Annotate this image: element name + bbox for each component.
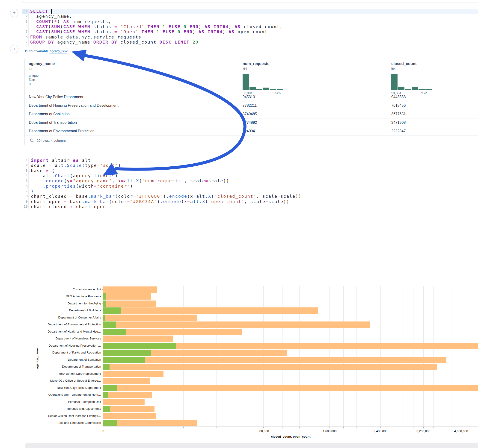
line-number: 4	[22, 25, 28, 28]
x-axis-tick	[433, 427, 434, 428]
bar-closed-count	[103, 293, 151, 300]
x-axis-tick	[452, 427, 453, 428]
chart-gridline	[369, 286, 369, 427]
output-variable-pill[interactable]: agency_tickets	[48, 48, 68, 54]
histogram-closed-count: 53,3049.4e6	[391, 73, 437, 90]
bar-closed-count	[103, 322, 370, 328]
code-line[interactable]: 2 agency_name,	[22, 14, 478, 19]
histogram-bar	[412, 87, 418, 90]
sql-cell: 1SELECT 2 agency_name,3 COUNT(*) AS num_…	[22, 8, 478, 149]
column-name: num_requests	[243, 62, 269, 66]
y-axis-label: Department for the Aging	[25, 302, 101, 305]
bar-open-count	[103, 364, 110, 370]
line-number: 3	[22, 20, 28, 23]
table-row[interactable]: New York City Police Department945313194…	[25, 93, 478, 101]
bar-closed-count	[103, 286, 157, 293]
bar-closed-count	[103, 300, 156, 307]
line-number: 6	[22, 35, 28, 39]
x-axis-tick	[329, 427, 330, 428]
x-axis-tick	[216, 427, 217, 428]
bar-closed-count	[103, 392, 152, 398]
code-line[interactable]: 5 CAST(SUM(CASE WHEN status = 'Open' THE…	[22, 29, 478, 34]
histogram-num-requests: 53,3049.5e6	[243, 73, 289, 90]
x-axis-tick	[183, 427, 183, 428]
bar-open-count	[103, 307, 121, 314]
histogram-bar	[405, 89, 411, 90]
active-line-highlight	[22, 9, 478, 14]
plus-icon: +	[13, 46, 16, 51]
histogram-bar	[243, 74, 249, 90]
plus-icon: +	[13, 10, 16, 15]
bar-closed-count	[103, 378, 150, 384]
x-axis-tick	[263, 427, 264, 428]
bar-open-count	[103, 293, 106, 300]
code-line[interactable]: 7GROUP BY agency_name ORDER BY closed_co…	[22, 40, 478, 45]
x-axis-tick	[423, 427, 424, 428]
code-line[interactable]: 6FROM sample_data.nyc.service_requests	[22, 35, 478, 40]
bar-open-count	[103, 343, 176, 349]
bar-open-count	[103, 406, 110, 412]
y-axis-tick	[102, 325, 103, 325]
y-axis-tick	[102, 289, 103, 290]
histogram-bar	[419, 89, 425, 90]
row-count-text: 20 rows, 4 columns	[37, 138, 66, 143]
cell-num-requests: 7782211	[243, 104, 257, 108]
chart-plot-border	[103, 286, 478, 286]
column-stat-nulls: nulls: 0	[29, 78, 37, 86]
code-text: agency_name,	[30, 14, 72, 19]
table-row[interactable]: Department of Housing Preservation and D…	[25, 101, 478, 110]
add-cell-button[interactable]: +	[10, 9, 19, 17]
code-text: CAST(SUM(CASE WHEN status = 'Closed' THE…	[30, 24, 283, 29]
table-row[interactable]: Department of Transportation377489234719…	[25, 118, 478, 127]
y-axis-label: Taxi and Limousine Commission	[25, 421, 101, 424]
y-axis-tick	[102, 395, 103, 395]
code-line[interactable]: 1SELECT	[22, 9, 478, 14]
bar-closed-count	[103, 399, 145, 405]
cell-num-requests: 2240041	[243, 129, 257, 133]
line-number: 5	[22, 30, 28, 33]
y-axis-label: Correspondence Unit	[25, 288, 101, 291]
y-axis-label: Department of Buildings	[25, 309, 101, 312]
search-icon[interactable]	[30, 138, 35, 143]
cell-num-requests: 9453131	[243, 95, 257, 99]
cell-num-requests: 3774892	[243, 120, 257, 125]
chart-gridline	[423, 286, 424, 427]
chart-gridline	[282, 286, 283, 427]
histogram-bar	[398, 87, 404, 90]
previous-cell-edge	[22, 0, 478, 3]
y-axis-label: New York City Police Department	[25, 386, 101, 389]
gutter-divider	[28, 9, 29, 46]
collapse-chevron-icon[interactable]	[28, 11, 30, 12]
chart-gridline	[452, 286, 453, 427]
chart-gridline	[356, 286, 357, 427]
chart-gridline	[433, 286, 434, 427]
column-name: closed_count	[391, 62, 417, 66]
bar-closed-count	[103, 371, 164, 377]
histogram-bar	[277, 89, 283, 90]
y-axis-label: Department of Health and Mental Hyg…	[25, 330, 101, 333]
cell-closed-count: 9443533	[391, 95, 406, 99]
table-row[interactable]: Department of Environmental Protection22…	[25, 127, 478, 136]
histogram-bar	[270, 89, 276, 90]
code-line[interactable]: 3 COUNT(*) AS num_requests,	[22, 19, 478, 24]
add-cell-button[interactable]: +	[10, 45, 19, 53]
y-axis-label: Department of Homeless Services	[25, 337, 101, 340]
sql-code-editor[interactable]: 1SELECT 2 agency_name,3 COUNT(*) AS num_…	[22, 9, 478, 46]
table-row[interactable]: Department of Sanitation37494853677651	[25, 110, 478, 118]
chart-gridline	[263, 286, 264, 427]
column-type: i64	[243, 67, 247, 70]
y-axis-tick	[102, 346, 103, 346]
code-text: CAST(SUM(CASE WHEN status = 'Open' THEN …	[30, 29, 268, 34]
code-text: GROUP BY agency_name ORDER BY closed_cou…	[30, 40, 199, 45]
next-cell-edge	[25, 443, 478, 448]
code-line[interactable]: 4 CAST(SUM(CASE WHEN status = 'Closed' T…	[22, 24, 478, 29]
histogram-bar	[250, 87, 256, 90]
x-axis-tick	[403, 427, 403, 428]
x-axis-tick	[369, 427, 369, 428]
y-axis-tick	[102, 381, 103, 381]
cell-closed-count: 3677651	[391, 112, 406, 116]
line-number: 2	[22, 14, 28, 18]
code-text: FROM sample_data.nyc.service_requests	[30, 35, 141, 40]
chart-gridline	[443, 286, 443, 427]
code-text: SELECT	[30, 9, 52, 14]
